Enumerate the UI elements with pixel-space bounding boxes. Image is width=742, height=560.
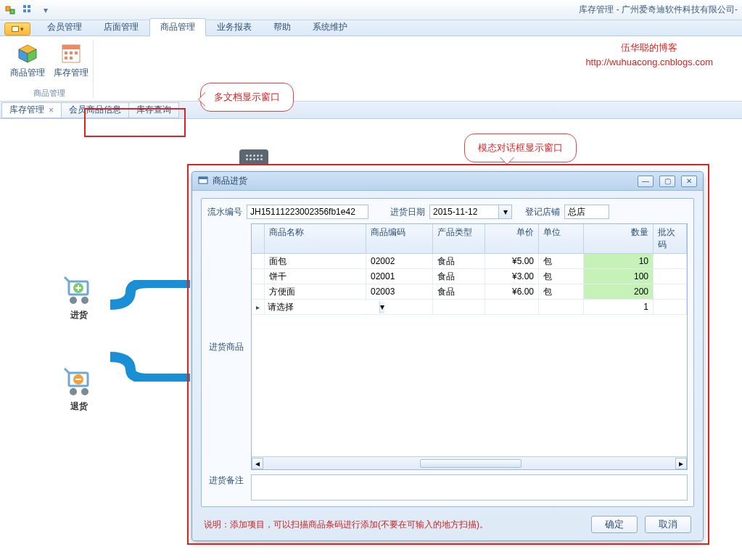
store-input[interactable] bbox=[564, 205, 609, 219]
dialog-titlebar[interactable]: 商品进货 — ▢ ✕ bbox=[192, 172, 703, 191]
svg-point-22 bbox=[81, 388, 88, 395]
svg-rect-13 bbox=[75, 52, 78, 54]
table-row[interactable]: 面包02002食品¥5.00包10 bbox=[252, 254, 687, 269]
menu-tab-4[interactable]: 帮助 bbox=[263, 18, 302, 36]
table-row[interactable]: 饼干02001食品¥3.00包100 bbox=[252, 269, 687, 284]
cell-unit[interactable]: 包 bbox=[539, 254, 584, 268]
cell-code[interactable] bbox=[366, 300, 433, 314]
quick-dropdown-icon[interactable]: ▾ bbox=[39, 4, 52, 17]
cell-type[interactable] bbox=[433, 300, 485, 314]
menu-tab-5[interactable]: 系统维护 bbox=[302, 18, 358, 36]
svg-rect-11 bbox=[65, 52, 67, 54]
svg-rect-25 bbox=[199, 177, 207, 179]
flow-arrow-out bbox=[110, 351, 190, 382]
menu-tab-1[interactable]: 店面管理 bbox=[93, 18, 149, 36]
cell-unit[interactable] bbox=[539, 300, 584, 314]
cell-name[interactable]: 饼干 bbox=[265, 269, 366, 284]
stock-grid[interactable]: 商品名称 商品编码 产品类型 单价 单位 数量 批次码 面包02002食品¥5.… bbox=[251, 223, 688, 470]
ribbon-btn-inventory-mgmt[interactable]: 库存管理 bbox=[54, 42, 88, 79]
quick-icon-2[interactable] bbox=[22, 4, 35, 17]
cell-qty[interactable]: 200 bbox=[584, 284, 654, 299]
ribbon-btn-product-mgmt[interactable]: 商品管理 bbox=[10, 42, 45, 79]
cell-code[interactable]: 02001 bbox=[366, 269, 433, 284]
cell-name[interactable]: 方便面 bbox=[265, 284, 366, 299]
serial-input[interactable] bbox=[247, 205, 368, 219]
cell-name-choose[interactable]: ▾ bbox=[265, 300, 366, 314]
store-label: 登记店铺 bbox=[525, 206, 560, 218]
app-menu-button[interactable]: ▾ bbox=[4, 22, 30, 36]
quick-icon-1[interactable] bbox=[4, 4, 17, 17]
col-type[interactable]: 产品类型 bbox=[433, 224, 485, 253]
doc-tab-1[interactable]: 会员商品信息 bbox=[61, 102, 129, 118]
cell-price[interactable]: ¥5.00 bbox=[485, 254, 539, 268]
row-selector[interactable] bbox=[252, 300, 265, 314]
cell-type[interactable]: 食品 bbox=[433, 269, 485, 284]
cell-type[interactable]: 食品 bbox=[433, 284, 485, 299]
ribbon-group-title: 商品管理 bbox=[33, 88, 65, 99]
scroll-thumb[interactable] bbox=[420, 459, 522, 468]
cell-code[interactable]: 02003 bbox=[366, 284, 433, 299]
remarks-label: 进货备注 bbox=[207, 474, 247, 487]
menu-tab-2[interactable]: 商品管理 bbox=[149, 18, 206, 36]
cell-name[interactable]: 面包 bbox=[265, 254, 366, 268]
col-qty[interactable]: 数量 bbox=[584, 224, 654, 253]
cell-qty[interactable]: 1 bbox=[584, 300, 654, 314]
doc-tabs: 库存管理×会员商品信息库存查询 bbox=[0, 102, 742, 119]
doc-tab-2[interactable]: 库存查询 bbox=[128, 102, 179, 118]
row-selector[interactable] bbox=[252, 284, 265, 299]
col-price[interactable]: 单价 bbox=[485, 224, 539, 253]
svg-rect-14 bbox=[65, 57, 67, 59]
maximize-button[interactable]: ▢ bbox=[659, 176, 675, 187]
col-name[interactable]: 商品名称 bbox=[265, 224, 366, 253]
cell-qty[interactable]: 10 bbox=[584, 254, 654, 268]
table-row[interactable]: 方便面02003食品¥6.00包200 bbox=[252, 284, 687, 300]
instruction-text: 说明：添加项目，可以扫描商品条码进行添加(不要在可输入的地方扫描)。 bbox=[204, 519, 488, 531]
doc-tab-0[interactable]: 库存管理× bbox=[1, 102, 62, 118]
menu-tab-3[interactable]: 业务报表 bbox=[206, 18, 263, 36]
col-batch[interactable]: 批次码 bbox=[654, 224, 687, 253]
flow-out[interactable]: 退货 bbox=[62, 366, 96, 413]
cell-type[interactable]: 食品 bbox=[433, 254, 485, 268]
callout-modal: 模态对话框显示窗口 bbox=[464, 133, 577, 162]
dialog-grip[interactable] bbox=[239, 149, 268, 165]
svg-rect-1 bbox=[10, 9, 15, 14]
flow-in[interactable]: 进货 bbox=[62, 274, 96, 321]
minimize-button[interactable]: — bbox=[638, 176, 654, 187]
cancel-button[interactable]: 取消 bbox=[645, 516, 691, 533]
ok-button[interactable]: 确定 bbox=[591, 516, 638, 533]
table-row-new[interactable]: ▾1 bbox=[252, 300, 687, 315]
flow-out-label: 退货 bbox=[70, 400, 88, 413]
cell-batch[interactable] bbox=[654, 269, 687, 284]
svg-rect-15 bbox=[70, 57, 73, 59]
titlebar: ▾ 库存管理 - 广州爱奇迪软件科技有限公司- bbox=[0, 0, 742, 20]
cell-batch[interactable] bbox=[654, 300, 687, 314]
cell-price[interactable] bbox=[485, 300, 539, 314]
col-unit[interactable]: 单位 bbox=[539, 224, 584, 253]
serial-label: 流水编号 bbox=[207, 206, 242, 218]
col-code[interactable]: 商品编码 bbox=[366, 224, 433, 253]
scroll-right-icon[interactable]: ▸ bbox=[675, 458, 687, 469]
menu-tab-0[interactable]: 会员管理 bbox=[36, 18, 93, 36]
cell-unit[interactable]: 包 bbox=[539, 284, 584, 299]
svg-rect-5 bbox=[28, 9, 30, 12]
svg-rect-4 bbox=[23, 9, 26, 12]
cell-code[interactable]: 02002 bbox=[366, 254, 433, 268]
scroll-left-icon[interactable]: ◂ bbox=[252, 458, 263, 469]
flow-arrow-in bbox=[110, 280, 190, 310]
close-button[interactable]: ✕ bbox=[681, 176, 697, 187]
date-input[interactable] bbox=[429, 205, 499, 219]
grid-hscrollbar[interactable]: ◂ ▸ bbox=[252, 456, 687, 469]
cell-unit[interactable]: 包 bbox=[539, 269, 584, 284]
remarks-input[interactable] bbox=[251, 474, 688, 501]
cell-qty[interactable]: 100 bbox=[584, 269, 654, 284]
choose-input[interactable] bbox=[265, 301, 379, 313]
cell-batch[interactable] bbox=[654, 254, 687, 268]
svg-point-18 bbox=[81, 297, 88, 304]
close-icon[interactable]: × bbox=[49, 105, 54, 115]
cell-price[interactable]: ¥3.00 bbox=[485, 269, 539, 284]
row-selector[interactable] bbox=[252, 269, 265, 284]
row-selector[interactable] bbox=[252, 254, 265, 268]
cell-price[interactable]: ¥6.00 bbox=[485, 284, 539, 299]
date-dropdown-icon[interactable]: ▾ bbox=[499, 205, 512, 219]
cell-batch[interactable] bbox=[654, 284, 687, 299]
